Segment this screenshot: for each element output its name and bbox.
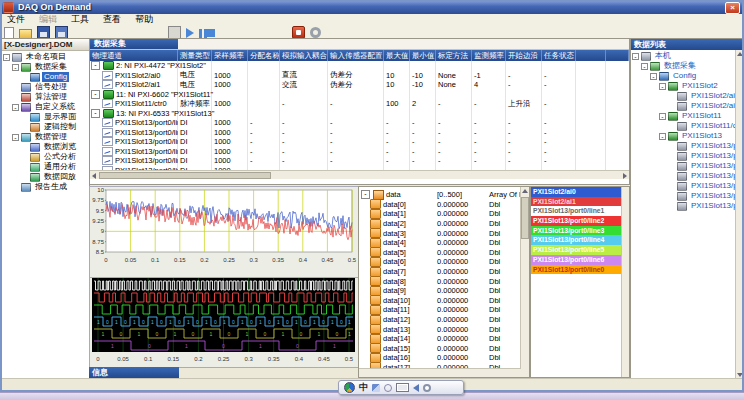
tree-expander[interactable]: - (12, 134, 19, 141)
probe-data-row[interactable]: data[14]0.000000Dbl (359, 334, 521, 344)
device-group-row[interactable]: -2: NI PXI-4472 "PXI1Slot2" (90, 61, 629, 71)
probe-data-row[interactable]: data[10]0.000000Dbl (359, 296, 521, 306)
column-header[interactable]: 物理通道 (90, 50, 178, 61)
tree-item[interactable]: PXI1Slot2/ai0 (631, 91, 736, 101)
channel-row[interactable]: PXI1Slot2/ai0电压1000直流伪差分10-10None-1-- (90, 71, 629, 81)
channel-row[interactable]: PXI1Slot13/port0/line2DI1000--------- (90, 137, 629, 147)
tree-item[interactable]: PXI1Slot13/port0/line6 (631, 201, 736, 211)
tree-item[interactable]: -数据采集 (2, 62, 89, 72)
tree-item[interactable]: 报告生成 (2, 182, 89, 192)
probe-data-row[interactable]: data[0]0.000000Dbl (359, 200, 521, 210)
handwriting-icon[interactable] (372, 384, 380, 392)
info-tab[interactable]: 信息 (89, 367, 179, 378)
device-group-row[interactable]: -11: NI PXI-6602 "PXI1Slot11" (90, 90, 629, 100)
channel-row[interactable]: PXI1Slot2/ai1电压1000交流伪差分10-10None4-- (90, 80, 629, 90)
tree-item[interactable]: 信号处理 (2, 82, 89, 92)
tree-item[interactable]: 公式分析 (2, 152, 89, 162)
probe-data-row[interactable]: data[3]0.000000Dbl (359, 228, 521, 238)
tree-item[interactable]: 数据浏览 (2, 142, 89, 152)
symbol-mode-icon[interactable] (384, 384, 392, 392)
probe-data-row[interactable]: data[15]0.000000Dbl (359, 344, 521, 354)
tree-item[interactable]: -本机 (631, 51, 736, 61)
run-icon[interactable] (186, 28, 194, 38)
language-globe-icon[interactable] (344, 382, 355, 393)
legend-channel-row[interactable]: PXI1Slot13/port0/line5 (531, 245, 622, 255)
data-list-scrollbar[interactable] (735, 50, 744, 379)
tree-item[interactable]: -数据管理 (2, 132, 89, 142)
tree-item[interactable]: PXI1Slot13/port0/line0 (631, 141, 736, 151)
tree-expander[interactable]: - (659, 83, 666, 90)
tree-item[interactable]: -未命名项目 (2, 52, 89, 62)
probe-data-row[interactable]: data[13]0.000000Dbl (359, 324, 521, 334)
scroll-thumb[interactable] (99, 172, 271, 179)
probe-data-row[interactable]: data[5]0.000000Dbl (359, 248, 521, 258)
speech-icon[interactable] (413, 384, 419, 392)
tree-expander[interactable]: - (641, 63, 648, 70)
probe-horizontal-scrollbar[interactable] (359, 368, 521, 377)
channel-row[interactable]: PXI1Slot13/port0/line3DI1000--------- (90, 147, 629, 157)
tree-item[interactable]: 显示界面 (2, 112, 89, 122)
tree-expander[interactable]: - (659, 113, 666, 120)
probe-vertical-scrollbar[interactable] (520, 187, 529, 377)
close-button[interactable]: × (725, 2, 740, 14)
channel-row[interactable]: PXI1Slot13/port0/line1DI1000--------- (90, 128, 629, 138)
open-icon[interactable] (19, 29, 32, 39)
probe-data-row[interactable]: data[9]0.000000Dbl (359, 286, 521, 296)
scroll-up-arrow[interactable] (737, 52, 743, 56)
stop-icon[interactable] (207, 29, 215, 37)
legend-channel-row[interactable]: PXI1Slot13/port0/line2 (531, 216, 622, 226)
column-header[interactable]: 任务状态 (542, 50, 576, 61)
tree-expander[interactable]: - (12, 64, 19, 71)
column-header[interactable] (576, 50, 606, 61)
column-header[interactable] (606, 50, 629, 61)
column-header[interactable]: 测量类型 (178, 50, 212, 61)
probe-root-row[interactable]: -data[0..500]Array Of Dbl (359, 190, 521, 200)
tree-expander[interactable]: - (632, 53, 639, 60)
ime-settings-icon[interactable] (423, 384, 431, 392)
tree-expander[interactable]: - (650, 73, 657, 80)
group-expander[interactable]: - (91, 61, 100, 70)
tree-item[interactable]: 数据回放 (2, 172, 89, 182)
tree-item[interactable]: PXI1Slot13/port0/line3 (631, 171, 736, 181)
tree-item[interactable]: -数据采集 (631, 61, 736, 71)
chinese-input-mode-icon[interactable]: 中 (359, 381, 368, 394)
tree-item[interactable]: -Config (631, 71, 736, 81)
legend-scrollbar[interactable] (621, 187, 629, 377)
probe-data-row[interactable]: data[8]0.000000Dbl (359, 276, 521, 286)
tree-item[interactable]: -自定义系统 (2, 102, 89, 112)
probe-data-row[interactable]: data[16]0.000000Dbl (359, 353, 521, 363)
tree-item[interactable]: 算法管理 (2, 92, 89, 102)
column-header[interactable]: 输入传感器配置 (328, 50, 384, 61)
tree-item[interactable]: PXI1Slot13/port0/line1 (631, 151, 736, 161)
tree-item[interactable]: PXI1Slot2/ai1 (631, 101, 736, 111)
tree-item[interactable]: PXI1Slot13/port0/line2 (631, 161, 736, 171)
column-header[interactable]: 最小值 (410, 50, 436, 61)
tree-item[interactable]: -PXI1Slot11 (631, 111, 736, 121)
tree-expander[interactable]: - (3, 54, 10, 61)
tree-expander[interactable]: - (12, 104, 19, 111)
probe-data-row[interactable]: data[11]0.000000Dbl (359, 305, 521, 315)
legend-channel-row[interactable]: PXI1Slot2/ai1 (531, 197, 622, 207)
legend-channel-row[interactable]: PXI1Slot13/port0/line3 (531, 226, 622, 236)
legend-channel-row[interactable]: PXI1Slot13/port0/line6 (531, 255, 622, 265)
probe-data-row[interactable]: data[4]0.000000Dbl (359, 238, 521, 248)
scroll-up-arrow[interactable] (522, 189, 528, 193)
scroll-down-arrow[interactable] (737, 373, 743, 377)
tree-item[interactable]: PXI1Slot11/ctr0 (631, 121, 736, 131)
group-expander[interactable]: - (91, 90, 100, 99)
scroll-left-arrow[interactable] (92, 173, 96, 179)
column-header[interactable]: 模拟输入耦合 (280, 50, 328, 61)
legend-channel-row[interactable]: PXI1Slot2/ai0 (531, 187, 622, 197)
legend-channel-row[interactable]: PXI1Slot13/port0/line0 (531, 265, 622, 275)
channel-row[interactable]: PXI1Slot13/port0/line0DI1000--------- (90, 118, 629, 128)
table-horizontal-scrollbar[interactable] (90, 170, 629, 179)
probe-data-row[interactable]: data[6]0.000000Dbl (359, 257, 521, 267)
tree-item[interactable]: PXI1Slot13/port0/line4 (631, 181, 736, 191)
probe-data-row[interactable]: data[12]0.000000Dbl (359, 315, 521, 325)
group-expander[interactable]: - (91, 109, 100, 118)
probe-data-row[interactable]: data[2]0.000000Dbl (359, 219, 521, 229)
tree-item[interactable]: -PXI1Slot2 (631, 81, 736, 91)
tab-daq-config[interactable]: 数据采集 (90, 39, 178, 49)
legend-channel-row[interactable]: PXI1Slot13/port0/line4 (531, 235, 622, 245)
column-header[interactable]: 采样频率 (212, 50, 248, 61)
